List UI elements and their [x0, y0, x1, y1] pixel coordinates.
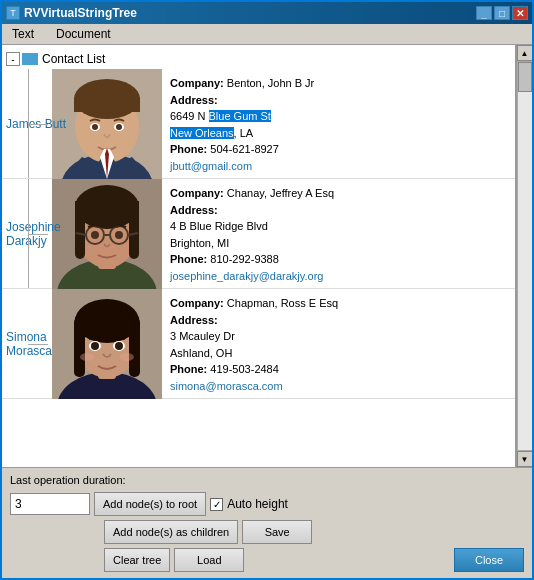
status-label: Last operation duration: [10, 474, 126, 486]
menu-bar: Text Document [2, 24, 532, 45]
minimize-button[interactable]: _ [476, 6, 492, 20]
controls-row-2: Add node(s) as children Save [10, 520, 524, 544]
phone-3: 419-503-2484 [210, 363, 279, 375]
h-line-1 [28, 124, 48, 125]
svg-rect-32 [129, 317, 140, 377]
load-button[interactable]: Load [174, 548, 244, 572]
svg-rect-17 [75, 201, 139, 221]
expand-icon[interactable]: - [6, 52, 20, 66]
tree-root-node[interactable]: - Contact List [2, 49, 515, 69]
address-label-2: Address: [170, 204, 218, 216]
tree-root: - Contact List James Butt [2, 45, 515, 403]
svg-point-38 [120, 353, 134, 361]
address-line-1: 6649 N Blue Gum St [170, 108, 507, 125]
main-area: - Contact List James Butt [2, 45, 532, 467]
contact-info-2: Company: Chanay, Jeffrey A Esq Address: … [162, 179, 515, 288]
title-bar: T RVVirtualStringTree _ □ ✕ [2, 2, 532, 24]
scroll-track[interactable] [517, 61, 533, 451]
svg-point-8 [92, 124, 98, 130]
address-label-3: Address: [170, 314, 218, 326]
window-close-button[interactable]: ✕ [512, 6, 528, 20]
company-label-3: Company: [170, 297, 224, 309]
tree-content: James Butt [2, 69, 515, 399]
root-label: Contact List [42, 52, 105, 66]
save-button[interactable]: Save [242, 520, 312, 544]
company-2: Chanay, Jeffrey A Esq [227, 187, 334, 199]
controls-row-3: Clear tree Load Close [10, 548, 524, 572]
city-highlight-1: New Orleans [170, 127, 234, 139]
add-root-button[interactable]: Add node(s) to root [94, 492, 206, 516]
city-line-3: Ashland, OH [170, 345, 507, 362]
h-line-2 [28, 234, 48, 235]
tree-indent-3: Simona Morasca [2, 289, 52, 398]
main-window: T RVVirtualStringTree _ □ ✕ Text Documen… [0, 0, 534, 580]
window-title: RVVirtualStringTree [24, 6, 137, 20]
company-3: Chapman, Ross E Esq [227, 297, 338, 309]
svg-point-23 [91, 231, 99, 239]
tree-indent-1: James Butt [2, 69, 52, 178]
phone-label-2: Phone: [170, 253, 207, 265]
scroll-up-button[interactable]: ▲ [517, 45, 533, 61]
clear-tree-button[interactable]: Clear tree [104, 548, 170, 572]
bottom-panel: Last operation duration: Add node(s) to … [2, 467, 532, 578]
maximize-button[interactable]: □ [494, 6, 510, 20]
svg-point-35 [91, 342, 99, 350]
phone-2: 810-292-9388 [210, 253, 279, 265]
svg-rect-31 [74, 317, 85, 377]
node-count-input[interactable] [10, 493, 90, 515]
phone-label-3: Phone: [170, 363, 207, 375]
email-3: simona@morasca.com [170, 380, 283, 392]
address-line-3: 3 Mcauley Dr [170, 328, 507, 345]
svg-point-37 [80, 353, 94, 361]
city-line-1: New Orleans, LA [170, 125, 507, 142]
auto-height-checkbox[interactable]: ✓ [210, 498, 223, 511]
controls-row-1: Add node(s) to root ✓ Auto height [10, 492, 524, 516]
add-children-button[interactable]: Add node(s) as children [104, 520, 238, 544]
phone-1: 504-621-8927 [210, 143, 279, 155]
company-label: Company: [170, 77, 224, 89]
city-line-2: Brighton, MI [170, 235, 507, 252]
tree-indent-2: Josephine Darakjy [2, 179, 52, 288]
contact-info-3: Company: Chapman, Ross E Esq Address: 3 … [162, 289, 515, 398]
auto-height-label: Auto height [227, 497, 288, 511]
scroll-down-button[interactable]: ▼ [517, 451, 533, 467]
email-2: josephine_darakjy@darakjy.org [170, 270, 323, 282]
email-1: jbutt@gmail.com [170, 160, 252, 172]
app-icon: T [6, 6, 20, 20]
scrollbar[interactable]: ▲ ▼ [516, 45, 532, 467]
company-label-2: Company: [170, 187, 224, 199]
svg-point-24 [115, 231, 123, 239]
table-row: Josephine Darakjy [2, 179, 515, 289]
contact-info-1: Company: Benton, John B Jr Address: 6649… [162, 69, 515, 178]
tree-panel[interactable]: - Contact List James Butt [2, 45, 516, 467]
address-line-2: 4 B Blue Ridge Blvd [170, 218, 507, 235]
auto-height-checkbox-row: ✓ Auto height [210, 497, 288, 511]
table-row: James Butt [2, 69, 515, 179]
svg-point-9 [116, 124, 122, 130]
title-bar-left: T RVVirtualStringTree [6, 6, 137, 20]
title-buttons: _ □ ✕ [476, 6, 528, 20]
address-highlight-1: Blue Gum St [209, 110, 271, 122]
svg-point-36 [115, 342, 123, 350]
menu-text[interactable]: Text [6, 26, 40, 42]
h-line-3 [28, 344, 48, 345]
svg-rect-5 [74, 97, 140, 112]
address-label-1: Address: [170, 94, 218, 106]
node-icon [22, 53, 38, 65]
phone-label-1: Phone: [170, 143, 207, 155]
status-line: Last operation duration: [10, 474, 524, 486]
close-button[interactable]: Close [454, 548, 524, 572]
menu-document[interactable]: Document [50, 26, 117, 42]
scroll-thumb[interactable] [518, 62, 532, 92]
company-1: Benton, John B Jr [227, 77, 314, 89]
table-row: Simona Morasca [2, 289, 515, 399]
